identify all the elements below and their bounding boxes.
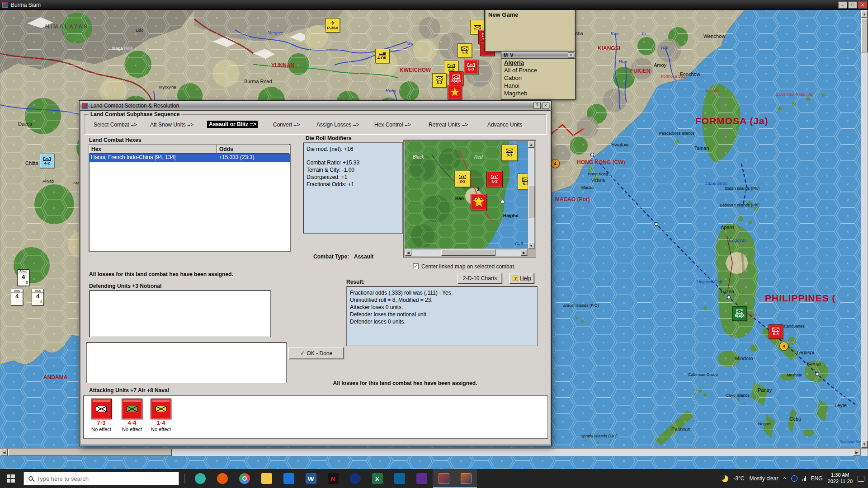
mv-item-algeria[interactable]: Algeria	[501, 59, 575, 66]
ok-done-button[interactable]: ✓ OK - Done	[288, 347, 344, 359]
mv-item-magrheb[interactable]: Magrheb	[501, 89, 575, 97]
mv-window-titlebar[interactable]: M V ×	[501, 52, 575, 59]
attacking-unit-counter[interactable]	[91, 399, 112, 419]
unit-counter[interactable]: 2-2	[454, 171, 471, 187]
tray-temperature[interactable]: -3°C	[733, 475, 744, 482]
language-indicator[interactable]: ENG	[811, 475, 823, 482]
taskbar-app-excel[interactable]: X	[366, 469, 388, 488]
unit-effect: No effect	[147, 427, 175, 432]
mv-item-all-of-france[interactable]: All of France	[501, 66, 575, 74]
tray-app-icon[interactable]	[791, 475, 797, 482]
unit-counter[interactable]: 1-4	[471, 194, 487, 210]
taskbar-app-darkblue[interactable]	[344, 469, 366, 488]
table-header: Hex Odds	[89, 145, 290, 154]
attacking-unit-counter[interactable]	[122, 399, 142, 419]
clock[interactable]: 1:30 AM 2022-11-20	[828, 472, 853, 485]
taskbar-app-game-1[interactable]	[433, 469, 455, 488]
taskbar-app-game-2[interactable]	[455, 469, 477, 488]
unit-counter[interactable]: 1-2	[486, 171, 503, 187]
step-att-snow-units[interactable]: Att Snow Units =>	[150, 122, 193, 128]
taskbar-app-teal[interactable]	[189, 469, 211, 488]
table-row-selected[interactable]: Hanoi, French Indo-China [94, 134] +15.3…	[89, 154, 290, 162]
column-header-odds[interactable]: Odds	[217, 145, 289, 154]
combat-minimap[interactable]: 3-12-21-25-31-4BlackRed3HanHaiphoGulf ▲ …	[403, 140, 536, 258]
step-retreat-units[interactable]: Retreat Units =>	[429, 122, 468, 128]
dialog-icon	[82, 103, 88, 109]
minimize-button[interactable]: –	[838, 1, 847, 9]
step-convert[interactable]: Convert =>	[273, 122, 300, 128]
minimap-scroll-down[interactable]: ▼	[528, 243, 534, 249]
close-button[interactable]: ×	[858, 1, 867, 9]
taskbar-app-store[interactable]	[388, 469, 410, 488]
status-marker[interactable]: Axis4	[11, 289, 23, 305]
taskbar-app-word[interactable]: W	[300, 469, 322, 488]
minimap-vscroll[interactable]: ▲ ▼	[528, 141, 535, 249]
status-marker[interactable]: Allied40	[17, 269, 29, 286]
main-window-title: Burma Siam	[11, 2, 41, 8]
maximize-button[interactable]: □	[848, 1, 857, 9]
mod-line: Fractional Odds: +1	[307, 181, 399, 188]
notification-center-icon[interactable]	[858, 476, 864, 482]
map-vertical-scrollbar[interactable]: ▲ ▼	[861, 10, 868, 448]
search-input[interactable]	[37, 475, 163, 482]
center-map-checkbox[interactable]: ✓	[413, 263, 419, 269]
attacking-unit-counter[interactable]	[151, 399, 171, 419]
taskbar-app-mail[interactable]	[278, 469, 300, 488]
scroll-up-button[interactable]: ▲	[861, 10, 868, 18]
step-advance-units[interactable]: Advance Units	[487, 122, 522, 128]
status-marker[interactable]: Axis46	[32, 289, 44, 305]
tray-expand-icon[interactable]: ^	[783, 475, 786, 482]
land-combat-hexes-table[interactable]: Hex Odds Hanoi, French Indo-China [94, 1…	[89, 144, 291, 252]
step-assign-losses[interactable]: Assign Losses =>	[316, 122, 359, 128]
weather-moon-icon[interactable]	[722, 475, 728, 482]
mv-item-gabon[interactable]: Gabon	[501, 74, 575, 82]
horizontal-scroll-thumb[interactable]	[8, 449, 172, 456]
scroll-down-button[interactable]: ▼	[861, 441, 868, 448]
step-assault-or-blitz[interactable]: Assault or Blitz =>	[207, 121, 258, 128]
taskbar-app-purple[interactable]	[410, 469, 433, 488]
minimap-scroll-left[interactable]: ◀	[405, 249, 411, 256]
scroll-left-button[interactable]: ◀	[0, 449, 8, 456]
taskbar-search[interactable]	[24, 472, 179, 485]
taskbar-app-chrome[interactable]	[233, 469, 255, 488]
minimap-scroll-right[interactable]: ▶	[521, 249, 527, 256]
step-hex-control[interactable]: Hex Control =>	[374, 122, 411, 128]
taskbar-divider	[184, 474, 185, 483]
mv-item-hanoi[interactable]: Hanoi	[501, 82, 575, 89]
charts-button[interactable]: 2-D-10 Charts	[458, 273, 502, 284]
dialog-title: Land Combat Selection & Resolution	[90, 103, 533, 109]
mv-window[interactable]: M V × Algeria All of France Gabon Hanoi …	[501, 51, 576, 100]
tray-weather[interactable]: Mostly clear	[749, 475, 778, 482]
dialog-help-icon[interactable]: ?	[533, 103, 541, 109]
unit-counter[interactable]: 3-1	[501, 145, 518, 161]
minimap-hthumb[interactable]	[441, 249, 495, 256]
step-select-combat[interactable]: Select Combat =>	[94, 122, 137, 128]
map-horizontal-scrollbar[interactable]: ◀ ▶	[0, 448, 861, 456]
taskbar-app-orange[interactable]	[211, 469, 233, 488]
defending-units-listbox[interactable]	[89, 290, 271, 337]
network-icon[interactable]	[802, 476, 806, 481]
new-game-item[interactable]: New Game	[485, 9, 575, 20]
dialog-titlebar[interactable]: Land Combat Selection & Resolution ? ×	[80, 101, 551, 111]
main-window-titlebar[interactable]: Burma Siam – □ ×	[0, 0, 868, 10]
dialog-close-icon[interactable]: ×	[542, 103, 549, 109]
losses-note-bottom: All losses for this land combat hex have…	[274, 380, 536, 386]
column-header-hex[interactable]: Hex	[89, 145, 217, 154]
scroll-right-button[interactable]: ▶	[853, 449, 860, 456]
help-button[interactable]: ? Help	[509, 273, 534, 284]
minimap-hscroll[interactable]: ◀ ▶	[405, 249, 528, 256]
vertical-scroll-thumb[interactable]	[861, 18, 868, 52]
minimap-vthumb[interactable]	[528, 186, 534, 217]
unit-effect: No effect	[87, 427, 115, 432]
mod-line: Terrain & City: -1.00	[307, 166, 399, 174]
app-chrome-icon	[239, 473, 250, 484]
taskbar-app-folder[interactable]	[255, 469, 278, 488]
system-tray: -3°C Mostly clear ^ ENG 1:30 AM 2022-11-…	[722, 469, 864, 488]
unit-counter[interactable]: 5-3	[518, 174, 528, 190]
loss-selection-listbox[interactable]	[86, 342, 287, 383]
taskbar-app-netflix[interactable]: N	[322, 469, 344, 488]
start-button[interactable]	[0, 469, 22, 488]
minimap-scroll-up[interactable]: ▲	[528, 141, 534, 148]
center-map-label: Center linked map on selected combat.	[421, 263, 515, 270]
mv-close-icon[interactable]: ×	[568, 52, 574, 58]
